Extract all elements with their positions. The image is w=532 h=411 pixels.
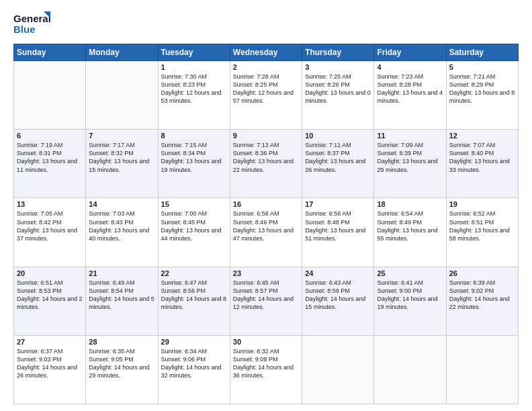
cell-sunrise: Sunrise: 6:35 AMSunset: 9:05 PMDaylight:… bbox=[89, 348, 149, 379]
calendar-cell: 3 Sunrise: 7:25 AMSunset: 8:26 PMDayligh… bbox=[302, 61, 374, 130]
day-number: 30 bbox=[233, 338, 299, 346]
day-number: 19 bbox=[449, 200, 515, 208]
calendar-cell: 25 Sunrise: 6:41 AMSunset: 9:00 PMDaylig… bbox=[374, 267, 446, 335]
cell-sunrise: Sunrise: 6:32 AMSunset: 9:08 PMDaylight:… bbox=[233, 348, 294, 379]
cell-sunrise: Sunrise: 6:43 AMSunset: 8:59 PMDaylight:… bbox=[305, 279, 365, 310]
cell-sunrise: Sunrise: 7:07 AMSunset: 8:40 PMDaylight:… bbox=[449, 142, 510, 173]
col-header-wednesday: Wednesday bbox=[230, 44, 302, 61]
day-number: 28 bbox=[89, 338, 154, 346]
day-number: 6 bbox=[17, 132, 83, 140]
calendar-cell: 17 Sunrise: 6:56 AMSunset: 8:48 PMDaylig… bbox=[302, 198, 374, 267]
day-number: 8 bbox=[161, 132, 227, 140]
calendar-cell: 23 Sunrise: 6:45 AMSunset: 8:57 PMDaylig… bbox=[230, 267, 302, 335]
calendar-week-row: 27 Sunrise: 6:37 AMSunset: 9:03 PMDaylig… bbox=[14, 335, 519, 404]
day-number: 13 bbox=[17, 200, 83, 208]
day-number: 22 bbox=[161, 269, 227, 277]
calendar-cell: 15 Sunrise: 7:00 AMSunset: 8:45 PMDaylig… bbox=[158, 198, 230, 267]
calendar-cell: 19 Sunrise: 6:52 AMSunset: 8:51 PMDaylig… bbox=[446, 198, 518, 267]
cell-sunrise: Sunrise: 7:19 AMSunset: 8:31 PMDaylight:… bbox=[17, 142, 77, 173]
cell-sunrise: Sunrise: 6:52 AMSunset: 8:51 PMDaylight:… bbox=[449, 210, 510, 241]
col-header-thursday: Thursday bbox=[302, 44, 374, 61]
day-number: 4 bbox=[377, 63, 443, 71]
cell-sunrise: Sunrise: 7:30 AMSunset: 8:23 PMDaylight:… bbox=[161, 73, 222, 104]
calendar-week-row: 20 Sunrise: 6:51 AMSunset: 8:53 PMDaylig… bbox=[14, 267, 519, 335]
cell-sunrise: Sunrise: 7:17 AMSunset: 8:32 PMDaylight:… bbox=[89, 142, 149, 173]
cell-sunrise: Sunrise: 7:03 AMSunset: 8:43 PMDaylight:… bbox=[89, 210, 149, 241]
calendar-cell: 1 Sunrise: 7:30 AMSunset: 8:23 PMDayligh… bbox=[158, 61, 230, 130]
calendar-cell bbox=[86, 61, 158, 130]
calendar-cell: 10 Sunrise: 7:11 AMSunset: 8:37 PMDaylig… bbox=[302, 130, 374, 198]
cell-sunrise: Sunrise: 6:49 AMSunset: 8:54 PMDaylight:… bbox=[89, 279, 154, 310]
day-number: 12 bbox=[449, 132, 515, 140]
day-number: 24 bbox=[305, 269, 371, 277]
calendar-week-row: 1 Sunrise: 7:30 AMSunset: 8:23 PMDayligh… bbox=[14, 61, 519, 130]
col-header-saturday: Saturday bbox=[446, 44, 518, 61]
cell-sunrise: Sunrise: 7:15 AMSunset: 8:34 PMDaylight:… bbox=[161, 142, 222, 173]
calendar-cell: 16 Sunrise: 6:58 AMSunset: 8:46 PMDaylig… bbox=[230, 198, 302, 267]
day-number: 5 bbox=[449, 63, 515, 71]
calendar-cell: 30 Sunrise: 6:32 AMSunset: 9:08 PMDaylig… bbox=[230, 335, 302, 404]
cell-sunrise: Sunrise: 6:34 AMSunset: 9:06 PMDaylight:… bbox=[161, 348, 222, 379]
col-header-monday: Monday bbox=[86, 44, 158, 61]
calendar-cell: 12 Sunrise: 7:07 AMSunset: 8:40 PMDaylig… bbox=[446, 130, 518, 198]
calendar-cell: 14 Sunrise: 7:03 AMSunset: 8:43 PMDaylig… bbox=[86, 198, 158, 267]
day-number: 10 bbox=[305, 132, 371, 140]
cell-sunrise: Sunrise: 6:51 AMSunset: 8:53 PMDaylight:… bbox=[17, 279, 83, 310]
day-number: 3 bbox=[305, 63, 371, 71]
cell-sunrise: Sunrise: 6:39 AMSunset: 9:02 PMDaylight:… bbox=[449, 279, 510, 310]
day-number: 15 bbox=[161, 200, 227, 208]
day-number: 21 bbox=[89, 269, 154, 277]
day-number: 27 bbox=[17, 338, 83, 346]
cell-sunrise: Sunrise: 6:56 AMSunset: 8:48 PMDaylight:… bbox=[305, 210, 365, 241]
calendar-cell: 26 Sunrise: 6:39 AMSunset: 9:02 PMDaylig… bbox=[446, 267, 518, 335]
calendar-cell bbox=[374, 335, 446, 404]
day-number: 9 bbox=[233, 132, 299, 140]
calendar-header-row: SundayMondayTuesdayWednesdayThursdayFrid… bbox=[14, 44, 519, 61]
cell-sunrise: Sunrise: 6:47 AMSunset: 8:56 PMDaylight:… bbox=[161, 279, 227, 310]
cell-sunrise: Sunrise: 7:25 AMSunset: 8:26 PMDaylight:… bbox=[305, 73, 371, 104]
cell-sunrise: Sunrise: 6:54 AMSunset: 8:49 PMDaylight:… bbox=[377, 210, 437, 241]
calendar-cell: 18 Sunrise: 6:54 AMSunset: 8:49 PMDaylig… bbox=[374, 198, 446, 267]
calendar-cell: 29 Sunrise: 6:34 AMSunset: 9:06 PMDaylig… bbox=[158, 335, 230, 404]
col-header-sunday: Sunday bbox=[14, 44, 86, 61]
cell-sunrise: Sunrise: 7:23 AMSunset: 8:28 PMDaylight:… bbox=[377, 73, 443, 104]
calendar-week-row: 13 Sunrise: 7:05 AMSunset: 8:42 PMDaylig… bbox=[14, 198, 519, 267]
day-number: 23 bbox=[233, 269, 299, 277]
cell-sunrise: Sunrise: 7:13 AMSunset: 8:36 PMDaylight:… bbox=[233, 142, 294, 173]
day-number: 26 bbox=[449, 269, 515, 277]
calendar-cell: 22 Sunrise: 6:47 AMSunset: 8:56 PMDaylig… bbox=[158, 267, 230, 335]
calendar-table: SundayMondayTuesdayWednesdayThursdayFrid… bbox=[13, 44, 519, 404]
logo: General Blue bbox=[13, 10, 50, 37]
day-number: 11 bbox=[377, 132, 443, 140]
col-header-friday: Friday bbox=[374, 44, 446, 61]
calendar-cell bbox=[446, 335, 518, 404]
calendar-cell: 21 Sunrise: 6:49 AMSunset: 8:54 PMDaylig… bbox=[86, 267, 158, 335]
calendar-cell bbox=[14, 61, 86, 130]
day-number: 16 bbox=[233, 200, 299, 208]
cell-sunrise: Sunrise: 7:05 AMSunset: 8:42 PMDaylight:… bbox=[17, 210, 77, 241]
calendar-cell: 6 Sunrise: 7:19 AMSunset: 8:31 PMDayligh… bbox=[14, 130, 86, 198]
cell-sunrise: Sunrise: 7:09 AMSunset: 8:39 PMDaylight:… bbox=[377, 142, 437, 173]
svg-text:General: General bbox=[13, 13, 50, 24]
day-number: 2 bbox=[233, 63, 299, 71]
calendar-cell: 20 Sunrise: 6:51 AMSunset: 8:53 PMDaylig… bbox=[14, 267, 86, 335]
calendar-cell: 24 Sunrise: 6:43 AMSunset: 8:59 PMDaylig… bbox=[302, 267, 374, 335]
day-number: 18 bbox=[377, 200, 443, 208]
cell-sunrise: Sunrise: 6:37 AMSunset: 9:03 PMDaylight:… bbox=[17, 348, 77, 379]
day-number: 20 bbox=[17, 269, 83, 277]
svg-text:Blue: Blue bbox=[13, 24, 36, 35]
cell-sunrise: Sunrise: 6:45 AMSunset: 8:57 PMDaylight:… bbox=[233, 279, 294, 310]
calendar-week-row: 6 Sunrise: 7:19 AMSunset: 8:31 PMDayligh… bbox=[14, 130, 519, 198]
calendar-cell bbox=[302, 335, 374, 404]
cell-sunrise: Sunrise: 7:00 AMSunset: 8:45 PMDaylight:… bbox=[161, 210, 222, 241]
calendar-cell: 27 Sunrise: 6:37 AMSunset: 9:03 PMDaylig… bbox=[14, 335, 86, 404]
calendar-cell: 8 Sunrise: 7:15 AMSunset: 8:34 PMDayligh… bbox=[158, 130, 230, 198]
calendar-cell: 2 Sunrise: 7:28 AMSunset: 8:25 PMDayligh… bbox=[230, 61, 302, 130]
calendar-cell: 5 Sunrise: 7:21 AMSunset: 8:29 PMDayligh… bbox=[446, 61, 518, 130]
calendar-cell: 28 Sunrise: 6:35 AMSunset: 9:05 PMDaylig… bbox=[86, 335, 158, 404]
cell-sunrise: Sunrise: 6:58 AMSunset: 8:46 PMDaylight:… bbox=[233, 210, 294, 241]
day-number: 14 bbox=[89, 200, 154, 208]
day-number: 29 bbox=[161, 338, 227, 346]
cell-sunrise: Sunrise: 7:21 AMSunset: 8:29 PMDaylight:… bbox=[449, 73, 515, 104]
day-number: 25 bbox=[377, 269, 443, 277]
